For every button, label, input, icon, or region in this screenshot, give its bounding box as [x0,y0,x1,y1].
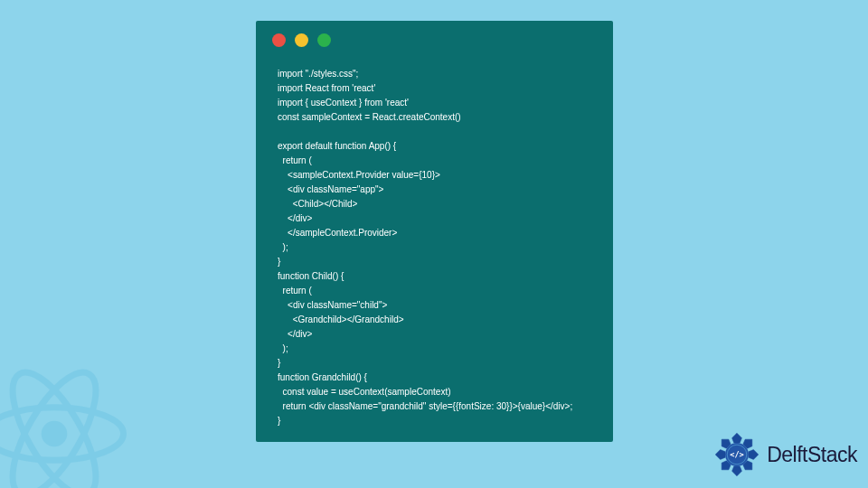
window-controls [256,21,613,54]
code-block: import "./styles.css"; import React from… [256,54,613,428]
maximize-dot-icon [317,33,331,47]
close-dot-icon [272,33,286,47]
delftstack-label: DelftStack [767,443,857,467]
svg-point-0 [42,421,68,447]
code-window: import "./styles.css"; import React from… [256,21,613,442]
delftstack-badge-icon: </> [712,430,761,479]
react-logo-icon [0,361,127,488]
delftstack-branding: </> DelftStack [712,430,857,479]
minimize-dot-icon [295,33,308,47]
svg-text:</>: </> [730,450,744,459]
